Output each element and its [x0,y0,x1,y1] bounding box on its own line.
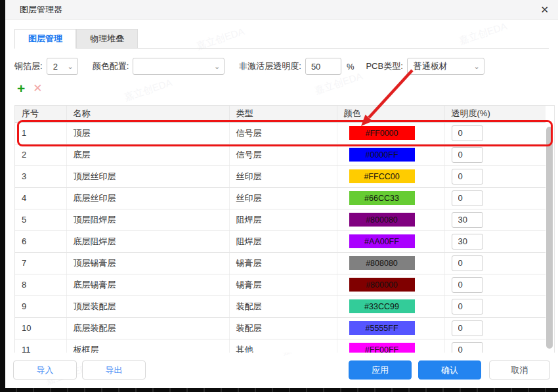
layer-color-cell: #800000 [337,274,444,295]
layer-transparency-cell [444,165,546,187]
layer-color-cell: #0000FF [337,144,444,165]
footer-buttons: 导入 导出 应用 确认 取消 [13,360,550,380]
color-swatch[interactable]: #66CC33 [349,191,415,205]
color-swatch[interactable]: #33CC99 [349,299,415,313]
table-row[interactable]: 11板框层其他#FF00FF [15,339,546,353]
row-index-cell: 3 [15,165,66,187]
color-hex-label: #FF00FF [365,345,398,353]
transparency-input[interactable] [452,277,483,293]
table-row[interactable]: 1顶层信号层#FF0000 [15,122,546,144]
layer-color-cell: #FFCC00 [337,165,444,187]
cancel-button[interactable]: 取消 [489,360,550,380]
tab-bar: 图层管理 物理堆叠 [14,29,549,49]
color-swatch[interactable]: #0000FF [349,148,415,162]
layer-transparency-cell [444,230,546,252]
tab-layer-management[interactable]: 图层管理 [14,29,76,49]
layer-type-cell: 信号层 [229,144,337,165]
dialog-titlebar: 图层管理器 ✕ [5,0,558,20]
color-swatch[interactable]: #AA00FF [349,234,415,248]
layer-color-cell: #808080 [337,252,444,274]
transparency-input[interactable] [452,169,483,185]
pcb-type-value: 普通板材 [414,60,470,72]
layer-name-cell: 顶层 [66,122,229,144]
color-hex-label: #5555FF [365,324,398,333]
layer-table: 序号名称类型颜色透明度(%) 1顶层信号层#FF00002底层信号层#0000F… [14,105,555,353]
color-swatch[interactable]: #FF00FF [349,343,415,353]
row-index-cell: 7 [15,252,66,274]
table-scrollbar[interactable] [546,127,553,349]
tab-physical-stackup[interactable]: 物理堆叠 [76,29,138,48]
layer-type-cell: 丝印层 [229,187,337,209]
layer-name-cell: 底层阻焊层 [66,230,229,252]
table-row[interactable]: 7顶层锡膏层锡膏层#808080 [15,252,546,274]
import-button[interactable]: 导入 [13,360,77,380]
table-row[interactable]: 2底层信号层#0000FF [15,144,546,165]
row-index-cell: 4 [15,187,66,209]
layer-type-cell: 锡膏层 [229,274,337,295]
transparency-input[interactable] [452,255,483,271]
layer-transparency-cell [444,274,546,295]
layer-color-cell: #33CC99 [337,295,444,317]
table-row[interactable]: 8底层锡膏层锡膏层#800000 [15,274,546,295]
color-hex-label: #0000FF [365,150,398,160]
column-header: 颜色 [337,106,444,122]
layer-table-body: 1顶层信号层#FF00002底层信号层#0000FF3顶层丝印层丝印层#FFCC… [15,122,546,353]
layer-type-cell: 锡膏层 [229,252,337,274]
color-swatch[interactable]: #808080 [349,256,415,270]
confirm-button[interactable]: 确认 [418,360,481,380]
transparency-input[interactable] [452,342,483,353]
layer-type-cell: 其他 [229,339,337,353]
transparency-input[interactable] [452,125,483,141]
table-row[interactable]: 10底层装配层装配层#5555FF [15,317,546,339]
transparency-input[interactable] [452,320,483,336]
layer-type-cell: 阻焊层 [229,209,337,230]
row-index-cell: 6 [15,230,66,252]
layer-name-cell: 顶层锡膏层 [66,252,229,274]
copper-layers-value: 2 [53,62,64,72]
chevron-down-icon: ⌄ [474,62,480,71]
table-row[interactable]: 9顶层装配层装配层#33CC99 [15,295,546,317]
color-swatch[interactable]: #FFCC00 [349,169,415,183]
color-hex-label: #800080 [366,215,398,225]
column-header: 序号 [15,106,66,122]
export-button[interactable]: 导出 [82,360,146,380]
transparency-input[interactable] [452,190,483,206]
layer-transparency-cell [444,339,546,353]
color-swatch[interactable]: #5555FF [349,321,415,335]
row-index-cell: 9 [15,295,66,317]
controls-row: 铜箔层: 2 ⌄ 颜色配置: ⌄ 非激活层透明度: % PCB类型: 普通板材 … [14,58,484,75]
transparency-input[interactable] [452,212,483,228]
color-swatch[interactable]: #FF0000 [349,126,415,140]
table-row[interactable]: 3顶层丝印层丝印层#FFCC00 [15,165,546,187]
layer-name-cell: 顶层丝印层 [66,165,229,187]
delete-layer-icon[interactable]: ✕ [33,83,42,94]
transparency-input[interactable] [452,147,483,163]
table-row[interactable]: 6底层阻焊层阻焊层#AA00FF [15,230,546,252]
layer-color-cell: #AA00FF [337,230,444,252]
layer-color-cell: #5555FF [337,317,444,339]
color-config-select[interactable]: ⌄ [133,58,225,75]
table-row[interactable]: 5顶层阻焊层阻焊层#800080 [15,209,546,230]
copper-layers-select[interactable]: 2 ⌄ [47,58,78,75]
watermark-text: 嘉立创EDA [123,77,174,104]
pcb-type-select[interactable]: 普通板材 ⌄ [407,58,484,75]
layer-name-cell: 底层丝印层 [66,187,229,209]
apply-button[interactable]: 应用 [349,360,412,380]
close-icon[interactable]: ✕ [540,5,549,14]
table-toolbar: + ✕ [17,81,43,95]
color-swatch[interactable]: #800080 [349,213,415,227]
color-swatch[interactable]: #800000 [349,278,415,292]
layer-color-cell: #FF00FF [337,339,444,353]
layer-name-cell: 底层装配层 [66,317,229,339]
row-index-cell: 5 [15,209,66,230]
inactive-opacity-input[interactable] [305,58,341,75]
layer-transparency-cell [444,317,546,339]
row-index-cell: 1 [15,122,66,144]
add-layer-icon[interactable]: + [17,81,25,95]
row-index-cell: 8 [15,274,66,295]
transparency-input[interactable] [452,234,483,250]
color-hex-label: #FFCC00 [364,172,399,181]
table-row[interactable]: 4底层丝印层丝印层#66CC33 [15,187,546,209]
transparency-input[interactable] [452,299,483,315]
layer-name-cell: 顶层阻焊层 [66,209,229,230]
